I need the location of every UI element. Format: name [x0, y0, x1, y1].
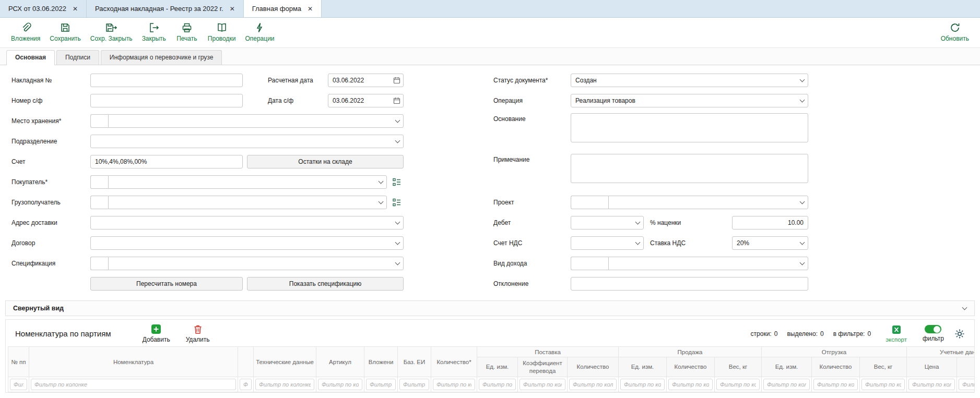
- column-filter-input[interactable]: [519, 379, 565, 390]
- specification-code-input[interactable]: [90, 257, 108, 270]
- markup-input[interactable]: [732, 216, 808, 230]
- sf-date-field[interactable]: 03.06.2022: [328, 94, 404, 107]
- specification-select[interactable]: [108, 257, 404, 270]
- close-button[interactable]: Закрыть: [137, 20, 171, 44]
- income-type-select[interactable]: [608, 257, 808, 270]
- col-header-ship-unit[interactable]: Ед. изм.: [762, 357, 812, 377]
- col-header-supply-unit[interactable]: Ед. изм.: [477, 357, 518, 377]
- note-textarea[interactable]: [571, 154, 808, 183]
- col-header-sale-weight[interactable]: Вес, кг: [715, 357, 762, 377]
- col-header-article[interactable]: Артикул: [316, 347, 364, 377]
- storage-code-input[interactable]: [90, 114, 108, 128]
- department-select[interactable]: [90, 135, 404, 148]
- postings-button[interactable]: Проводки: [203, 20, 241, 44]
- project-code-input[interactable]: [571, 196, 608, 209]
- in-filter-count-label: в фильтре:: [833, 330, 865, 337]
- refresh-button[interactable]: Обновить: [936, 20, 974, 44]
- calendar-icon[interactable]: [392, 94, 402, 107]
- project-select[interactable]: [608, 196, 808, 209]
- column-filter-input[interactable]: [318, 379, 362, 390]
- tab-signatures[interactable]: Подписи: [56, 50, 99, 65]
- delete-row-button[interactable]: Удалить: [186, 324, 210, 343]
- col-header-ship-quantity[interactable]: Количество: [812, 357, 860, 377]
- close-tab-icon[interactable]: ✕: [308, 6, 313, 12]
- column-filter-input[interactable]: [908, 379, 955, 390]
- close-tab-icon[interactable]: ✕: [230, 6, 235, 12]
- col-header-flag[interactable]: [238, 347, 254, 377]
- tab-carrier-cargo-info[interactable]: Информация о перевозчике и грузе: [101, 50, 222, 65]
- column-filter-input[interactable]: [479, 379, 516, 390]
- toggle-switch[interactable]: [925, 325, 941, 333]
- col-header-attachment[interactable]: Вложени: [364, 347, 398, 377]
- consignee-code-input[interactable]: [90, 196, 108, 209]
- collapsed-view-bar[interactable]: Свернутый вид: [5, 300, 975, 316]
- attachments-button[interactable]: Вложения: [6, 20, 45, 44]
- column-filter-input[interactable]: [861, 379, 905, 390]
- filter-toggle[interactable]: фильтр: [923, 325, 944, 342]
- vat-rate-select[interactable]: 20%: [732, 236, 808, 250]
- storage-select[interactable]: [108, 114, 404, 128]
- buyer-hierarchy-button[interactable]: [390, 175, 404, 189]
- col-header-quantity[interactable]: Количество*: [431, 347, 477, 377]
- buyer-code-input[interactable]: [90, 175, 108, 189]
- chevron-down-icon[interactable]: [960, 301, 969, 316]
- column-filter-input[interactable]: [763, 379, 810, 390]
- show-specification-button[interactable]: Показать спецификацию: [247, 277, 404, 291]
- buyer-select[interactable]: [108, 175, 387, 189]
- col-header-supply-quantity[interactable]: Количество: [568, 357, 619, 377]
- delivery-address-select[interactable]: [90, 216, 404, 230]
- deviation-input[interactable]: [571, 277, 808, 291]
- column-filter-input[interactable]: [668, 379, 713, 390]
- print-button[interactable]: Печать: [171, 20, 203, 44]
- column-filter-input[interactable]: [813, 379, 858, 390]
- close-tab-icon[interactable]: ✕: [73, 6, 78, 12]
- basis-textarea[interactable]: [571, 113, 808, 142]
- stock-remainders-button[interactable]: Остатки на складе: [247, 155, 404, 168]
- col-header-ship-weight[interactable]: Вес, кг: [860, 357, 907, 377]
- column-filter-input[interactable]: [569, 379, 617, 390]
- column-filter-input[interactable]: [620, 379, 665, 390]
- window-tab-main-form[interactable]: Главная форма ✕: [244, 0, 322, 17]
- col-header-price[interactable]: Цена: [907, 357, 957, 377]
- operation-select[interactable]: Реализация товаров: [571, 94, 808, 107]
- consignee-hierarchy-button[interactable]: [390, 196, 404, 209]
- tab-main[interactable]: Основная: [6, 50, 55, 65]
- vat-account-select[interactable]: [571, 236, 644, 250]
- window-tab-rsx[interactable]: РСХ от 03.06.2022 ✕: [0, 0, 87, 17]
- column-filter-input[interactable]: [433, 379, 475, 390]
- consignee-select[interactable]: [108, 196, 387, 209]
- window-tab-registry[interactable]: Расходная накладная - Реестр за 2022 г. …: [87, 0, 244, 17]
- operations-button[interactable]: Операции: [240, 20, 279, 44]
- col-header-num[interactable]: № пп: [8, 347, 29, 377]
- gear-icon[interactable]: [954, 329, 965, 339]
- status-select[interactable]: Создан: [571, 74, 808, 87]
- column-filter-input[interactable]: [10, 379, 27, 390]
- add-row-button[interactable]: Добавить: [143, 324, 170, 343]
- invoice-no-input[interactable]: [90, 74, 243, 87]
- col-header-conversion-coeff[interactable]: Коэффициент перевода: [518, 357, 568, 377]
- sf-no-input[interactable]: [90, 94, 243, 107]
- column-filter-input[interactable]: [240, 379, 252, 390]
- column-filter-input[interactable]: [716, 379, 760, 390]
- column-filter-input[interactable]: [31, 379, 236, 390]
- column-filter-input[interactable]: [399, 379, 429, 390]
- export-button[interactable]: экспорт: [885, 324, 907, 343]
- col-header-base-unit[interactable]: Баз. ЕИ: [398, 347, 431, 377]
- calendar-icon[interactable]: [392, 74, 402, 87]
- col-header-nomenclature[interactable]: Номенклатура: [29, 347, 238, 377]
- debit-select[interactable]: [571, 216, 644, 230]
- col-header-sale-quantity[interactable]: Количество: [667, 357, 715, 377]
- col-header-tech-data[interactable]: Технические данные: [254, 347, 316, 377]
- column-filter-input[interactable]: [959, 379, 974, 390]
- account-input[interactable]: [90, 155, 243, 168]
- calc-date-field[interactable]: 03.06.2022: [328, 74, 404, 87]
- column-filter-input[interactable]: [366, 379, 396, 390]
- column-filter-input[interactable]: [255, 379, 314, 390]
- income-type-code-input[interactable]: [571, 257, 608, 270]
- contract-select[interactable]: [90, 236, 404, 250]
- col-header-cutoff[interactable]: О: [957, 357, 975, 377]
- save-close-button[interactable]: Сохр. Закрыть: [86, 20, 137, 44]
- save-button[interactable]: Сохранить: [45, 20, 86, 44]
- col-header-sale-unit[interactable]: Ед. изм.: [619, 357, 667, 377]
- recalc-numbers-button[interactable]: Пересчитать номера: [90, 277, 243, 291]
